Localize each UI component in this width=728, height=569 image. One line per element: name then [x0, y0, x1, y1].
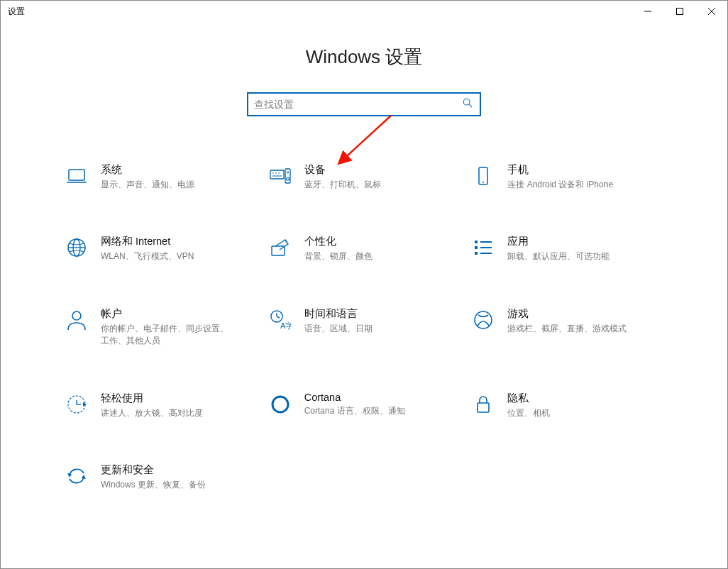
time-language-icon: A字: [266, 306, 294, 334]
close-icon: [708, 8, 715, 15]
svg-point-22: [285, 241, 287, 243]
svg-rect-8: [270, 170, 284, 179]
category-text: 时间和语言语音、区域、日期: [304, 306, 373, 335]
category-time-language[interactable]: A字时间和语言语音、区域、日期: [266, 303, 463, 350]
category-desc: Windows 更新、恢复、备份: [101, 479, 206, 491]
category-desc: 语音、区域、日期: [304, 323, 373, 335]
svg-point-34: [475, 311, 492, 328]
category-phone[interactable]: 手机连接 Android 设备和 iPhone: [469, 159, 666, 194]
category-title: 应用: [507, 235, 610, 248]
window-controls: [632, 1, 727, 22]
category-desc: WLAN、飞行模式、VPN: [101, 250, 194, 263]
category-text: 隐私位置、相机: [507, 390, 550, 419]
svg-line-32: [277, 316, 280, 318]
category-text: 个性化背景、锁屏、颜色: [304, 233, 373, 263]
category-desc: 你的帐户、电子邮件、同步设置、工作、其他人员: [101, 323, 228, 348]
category-text: 更新和安全Windows 更新、恢复、备份: [101, 462, 206, 491]
category-desc: 讲述人、放大镜、高对比度: [101, 407, 203, 419]
laptop-icon: [62, 162, 91, 190]
close-button[interactable]: [695, 1, 727, 22]
category-gaming[interactable]: 游戏游戏栏、截屏、直播、游戏模式: [469, 303, 666, 350]
svg-point-17: [482, 182, 484, 183]
category-text: 网络和 InternetWLAN、飞行模式、VPN: [101, 233, 194, 263]
category-text: 应用卸载、默认应用、可选功能: [507, 233, 610, 263]
svg-line-43: [340, 116, 391, 162]
category-desc: 卸载、默认应用、可选功能: [507, 250, 610, 263]
category-title: 帐户: [101, 307, 228, 321]
svg-text:A字: A字: [280, 321, 292, 330]
category-title: 手机: [507, 163, 613, 177]
category-desc: Cortana 语言、权限、通知: [304, 405, 405, 417]
search-icon[interactable]: [463, 98, 473, 111]
paint-icon: [266, 233, 294, 262]
person-icon: [62, 306, 91, 334]
category-title: 更新和安全: [101, 463, 206, 477]
category-accounts[interactable]: 帐户你的帐户、电子邮件、同步设置、工作、其他人员: [62, 303, 259, 350]
category-desc: 背景、锁屏、颜色: [304, 250, 373, 263]
category-text: CortanaCortana 语言、权限、通知: [304, 390, 405, 417]
svg-rect-25: [475, 252, 478, 255]
apps-list-icon: [469, 233, 497, 262]
category-title: 轻松使用: [101, 392, 203, 405]
category-title: 系统: [101, 163, 194, 177]
accessibility-icon: [62, 390, 91, 419]
category-ease-of-access[interactable]: 轻松使用讲述人、放大镜、高对比度: [62, 387, 259, 422]
minimize-button[interactable]: [632, 1, 663, 22]
category-title: 时间和语言: [304, 307, 373, 321]
globe-icon: [62, 233, 91, 262]
category-privacy[interactable]: 隐私位置、相机: [469, 387, 666, 422]
keyboard-speaker-icon: [266, 162, 294, 190]
svg-point-14: [286, 177, 289, 180]
titlebar: 设置: [1, 1, 727, 22]
svg-rect-40: [478, 403, 489, 412]
search-box[interactable]: [247, 92, 481, 116]
svg-marker-42: [82, 475, 86, 479]
category-devices[interactable]: 设备蓝牙、打印机、鼠标: [266, 159, 463, 194]
svg-rect-6: [69, 170, 84, 180]
category-title: 游戏: [507, 307, 627, 321]
svg-rect-24: [475, 246, 478, 249]
category-cortana[interactable]: CortanaCortana 语言、权限、通知: [266, 387, 463, 422]
minimize-icon: [644, 8, 651, 15]
settings-grid: 系统显示、声音、通知、电源设备蓝牙、打印机、鼠标手机连接 Android 设备和…: [62, 159, 666, 494]
category-system[interactable]: 系统显示、声音、通知、电源: [62, 159, 259, 194]
category-desc: 游戏栏、截屏、直播、游戏模式: [507, 323, 627, 335]
svg-point-4: [463, 99, 470, 105]
category-update[interactable]: 更新和安全Windows 更新、恢复、备份: [62, 459, 259, 494]
category-personalization[interactable]: 个性化背景、锁屏、颜色: [266, 231, 463, 265]
page-title: Windows 设置: [1, 45, 727, 70]
phone-icon: [469, 162, 497, 190]
search-container: [1, 92, 727, 116]
sync-icon: [62, 462, 91, 490]
svg-rect-13: [285, 169, 290, 183]
svg-point-39: [272, 397, 288, 412]
category-text: 帐户你的帐户、电子邮件、同步设置、工作、其他人员: [101, 306, 228, 348]
search-input[interactable]: [248, 94, 480, 115]
svg-rect-23: [475, 241, 478, 243]
svg-line-5: [469, 104, 472, 107]
category-apps[interactable]: 应用卸载、默认应用、可选功能: [469, 231, 666, 265]
category-title: 设备: [304, 163, 381, 177]
category-title: 个性化: [304, 235, 373, 248]
xbox-icon: [469, 306, 497, 334]
category-network[interactable]: 网络和 InternetWLAN、飞行模式、VPN: [62, 231, 259, 265]
category-title: 网络和 Internet: [101, 235, 194, 248]
category-text: 设备蓝牙、打印机、鼠标: [304, 162, 381, 191]
category-desc: 显示、声音、通知、电源: [101, 179, 194, 191]
lock-icon: [469, 390, 497, 419]
cortana-icon: [266, 390, 294, 419]
category-title: Cortana: [304, 392, 405, 403]
category-text: 游戏游戏栏、截屏、直播、游戏模式: [507, 306, 627, 335]
category-desc: 连接 Android 设备和 iPhone: [507, 179, 613, 191]
category-text: 轻松使用讲述人、放大镜、高对比度: [101, 390, 203, 419]
category-desc: 蓝牙、打印机、鼠标: [304, 179, 381, 191]
category-text: 系统显示、声音、通知、电源: [101, 162, 194, 191]
svg-rect-1: [676, 9, 683, 15]
category-text: 手机连接 Android 设备和 iPhone: [507, 162, 613, 191]
window-title: 设置: [8, 6, 25, 18]
svg-marker-41: [67, 473, 72, 477]
svg-point-15: [287, 172, 288, 173]
category-title: 隐私: [507, 392, 550, 405]
svg-point-29: [72, 311, 81, 320]
maximize-button[interactable]: [663, 1, 695, 22]
